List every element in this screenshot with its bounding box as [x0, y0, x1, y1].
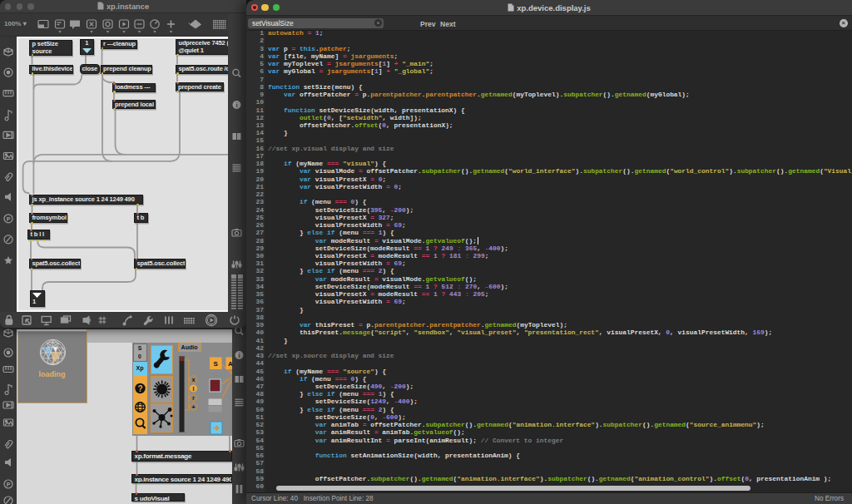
svg-text:P: P — [7, 482, 11, 487]
svg-text:i: i — [235, 101, 237, 109]
svg-text:P: P — [7, 216, 11, 222]
svg-text:i: i — [238, 352, 240, 359]
